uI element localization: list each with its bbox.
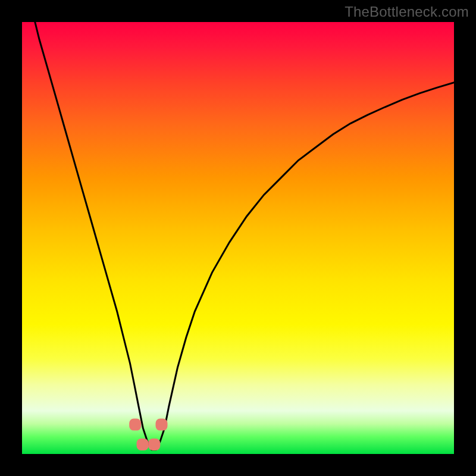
watermark-label: TheBottleneck.com <box>345 4 469 20</box>
curve-marker <box>156 419 168 431</box>
curve-markers <box>22 22 454 454</box>
chart-frame: TheBottleneck.com <box>0 0 476 476</box>
plot-area <box>22 22 454 454</box>
curve-marker <box>129 419 141 431</box>
curve-marker <box>148 439 160 450</box>
curve-marker <box>137 439 149 450</box>
